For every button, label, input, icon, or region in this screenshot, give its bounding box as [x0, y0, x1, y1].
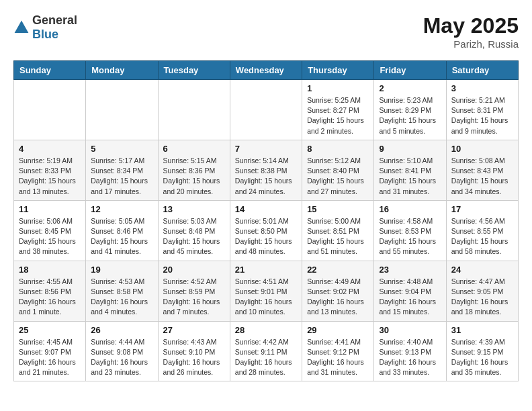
day-number: 20: [163, 265, 225, 275]
day-number: 2: [379, 83, 441, 93]
calendar-cell: 3Sunrise: 5:21 AM Sunset: 8:31 PM Daylig…: [446, 80, 518, 140]
calendar-cell: 11Sunrise: 5:06 AM Sunset: 8:45 PM Dayli…: [14, 200, 86, 261]
day-number: 4: [19, 144, 81, 154]
column-header-sunday: Sunday: [14, 61, 86, 80]
day-detail: Sunrise: 5:08 AM Sunset: 8:43 PM Dayligh…: [451, 156, 513, 197]
logo-text: General Blue: [32, 13, 77, 42]
column-header-wednesday: Wednesday: [230, 61, 302, 80]
day-detail: Sunrise: 5:19 AM Sunset: 8:33 PM Dayligh…: [19, 156, 81, 197]
calendar-cell: 29Sunrise: 4:41 AM Sunset: 9:12 PM Dayli…: [302, 321, 374, 381]
day-number: 24: [451, 265, 513, 275]
day-detail: Sunrise: 5:14 AM Sunset: 8:38 PM Dayligh…: [235, 156, 297, 197]
calendar-week-row: 4Sunrise: 5:19 AM Sunset: 8:33 PM Daylig…: [14, 140, 519, 200]
calendar-week-row: 11Sunrise: 5:06 AM Sunset: 8:45 PM Dayli…: [14, 200, 519, 261]
svg-marker-0: [15, 21, 29, 33]
day-detail: Sunrise: 4:53 AM Sunset: 8:58 PM Dayligh…: [91, 277, 152, 318]
day-number: 22: [307, 265, 369, 275]
day-detail: Sunrise: 4:55 AM Sunset: 8:56 PM Dayligh…: [19, 277, 81, 318]
day-number: 3: [451, 83, 513, 93]
column-header-friday: Friday: [374, 61, 446, 80]
day-number: 18: [19, 265, 81, 275]
day-detail: Sunrise: 4:48 AM Sunset: 9:04 PM Dayligh…: [379, 277, 441, 318]
calendar-cell: 26Sunrise: 4:44 AM Sunset: 9:08 PM Dayli…: [86, 321, 158, 381]
day-number: 28: [235, 325, 297, 335]
day-number: 17: [451, 204, 513, 214]
day-detail: Sunrise: 5:10 AM Sunset: 8:41 PM Dayligh…: [379, 156, 441, 197]
calendar-month-title: May 2025: [423, 13, 519, 38]
day-detail: Sunrise: 5:17 AM Sunset: 8:34 PM Dayligh…: [91, 156, 152, 197]
day-number: 9: [379, 144, 441, 154]
calendar-cell: 15Sunrise: 5:00 AM Sunset: 8:51 PM Dayli…: [302, 200, 374, 261]
calendar-cell: 28Sunrise: 4:42 AM Sunset: 9:11 PM Dayli…: [230, 321, 302, 381]
day-detail: Sunrise: 4:52 AM Sunset: 8:59 PM Dayligh…: [163, 277, 225, 318]
day-detail: Sunrise: 4:41 AM Sunset: 9:12 PM Dayligh…: [307, 337, 369, 378]
day-number: 15: [307, 204, 369, 214]
calendar-cell: 14Sunrise: 5:01 AM Sunset: 8:50 PM Dayli…: [230, 200, 302, 261]
column-header-thursday: Thursday: [302, 61, 374, 80]
calendar-cell: 19Sunrise: 4:53 AM Sunset: 8:58 PM Dayli…: [86, 261, 158, 321]
day-number: 14: [235, 204, 297, 214]
day-detail: Sunrise: 5:01 AM Sunset: 8:50 PM Dayligh…: [235, 216, 297, 257]
generalblue-logo-icon: [13, 19, 30, 36]
calendar-cell: 18Sunrise: 4:55 AM Sunset: 8:56 PM Dayli…: [14, 261, 86, 321]
calendar-cell: 22Sunrise: 4:49 AM Sunset: 9:02 PM Dayli…: [302, 261, 374, 321]
calendar-cell: 30Sunrise: 4:40 AM Sunset: 9:13 PM Dayli…: [374, 321, 446, 381]
calendar-cell: 2Sunrise: 5:23 AM Sunset: 8:29 PM Daylig…: [374, 80, 446, 140]
day-detail: Sunrise: 5:25 AM Sunset: 8:27 PM Dayligh…: [307, 95, 369, 136]
calendar-cell: 24Sunrise: 4:47 AM Sunset: 9:05 PM Dayli…: [446, 261, 518, 321]
day-detail: Sunrise: 4:42 AM Sunset: 9:11 PM Dayligh…: [235, 337, 297, 378]
calendar-title-block: May 2025 Parizh, Russia: [423, 13, 519, 50]
logo-blue: Blue: [32, 28, 58, 41]
calendar-cell: 20Sunrise: 4:52 AM Sunset: 8:59 PM Dayli…: [158, 261, 230, 321]
day-detail: Sunrise: 4:43 AM Sunset: 9:10 PM Dayligh…: [163, 337, 225, 378]
column-header-monday: Monday: [86, 61, 158, 80]
day-number: 23: [379, 265, 441, 275]
calendar-cell: 8Sunrise: 5:12 AM Sunset: 8:40 PM Daylig…: [302, 140, 374, 200]
column-header-tuesday: Tuesday: [158, 61, 230, 80]
calendar-cell: [230, 80, 302, 140]
day-number: 30: [379, 325, 441, 335]
day-detail: Sunrise: 4:56 AM Sunset: 8:55 PM Dayligh…: [451, 216, 513, 257]
day-detail: Sunrise: 4:51 AM Sunset: 9:01 PM Dayligh…: [235, 277, 297, 318]
calendar-cell: 21Sunrise: 4:51 AM Sunset: 9:01 PM Dayli…: [230, 261, 302, 321]
calendar-cell: 7Sunrise: 5:14 AM Sunset: 8:38 PM Daylig…: [230, 140, 302, 200]
day-number: 31: [451, 325, 513, 335]
calendar-cell: 6Sunrise: 5:15 AM Sunset: 8:36 PM Daylig…: [158, 140, 230, 200]
calendar-cell: 12Sunrise: 5:05 AM Sunset: 8:46 PM Dayli…: [86, 200, 158, 261]
day-number: 7: [235, 144, 297, 154]
day-number: 25: [19, 325, 81, 335]
day-number: 13: [163, 204, 225, 214]
day-detail: Sunrise: 5:03 AM Sunset: 8:48 PM Dayligh…: [163, 216, 225, 257]
day-detail: Sunrise: 5:05 AM Sunset: 8:46 PM Dayligh…: [91, 216, 152, 257]
calendar-cell: 31Sunrise: 4:39 AM Sunset: 9:15 PM Dayli…: [446, 321, 518, 381]
calendar-header: SundayMondayTuesdayWednesdayThursdayFrid…: [14, 61, 519, 80]
day-detail: Sunrise: 4:47 AM Sunset: 9:05 PM Dayligh…: [451, 277, 513, 318]
column-header-saturday: Saturday: [446, 61, 518, 80]
day-number: 19: [91, 265, 152, 275]
calendar-cell: 16Sunrise: 4:58 AM Sunset: 8:53 PM Dayli…: [374, 200, 446, 261]
day-number: 1: [307, 83, 369, 93]
day-detail: Sunrise: 5:23 AM Sunset: 8:29 PM Dayligh…: [379, 95, 441, 136]
day-detail: Sunrise: 4:40 AM Sunset: 9:13 PM Dayligh…: [379, 337, 441, 378]
calendar-cell: 9Sunrise: 5:10 AM Sunset: 8:41 PM Daylig…: [374, 140, 446, 200]
calendar-cell: 17Sunrise: 4:56 AM Sunset: 8:55 PM Dayli…: [446, 200, 518, 261]
logo-general: General: [32, 13, 77, 27]
day-number: 11: [19, 204, 81, 214]
calendar-week-row: 25Sunrise: 4:45 AM Sunset: 9:07 PM Dayli…: [14, 321, 519, 381]
calendar-header-row: SundayMondayTuesdayWednesdayThursdayFrid…: [14, 61, 519, 80]
day-detail: Sunrise: 4:49 AM Sunset: 9:02 PM Dayligh…: [307, 277, 369, 318]
calendar-cell: 27Sunrise: 4:43 AM Sunset: 9:10 PM Dayli…: [158, 321, 230, 381]
calendar-week-row: 18Sunrise: 4:55 AM Sunset: 8:56 PM Dayli…: [14, 261, 519, 321]
day-number: 26: [91, 325, 152, 335]
day-detail: Sunrise: 5:06 AM Sunset: 8:45 PM Dayligh…: [19, 216, 81, 257]
calendar-body: 1Sunrise: 5:25 AM Sunset: 8:27 PM Daylig…: [14, 80, 519, 381]
calendar-cell: 25Sunrise: 4:45 AM Sunset: 9:07 PM Dayli…: [14, 321, 86, 381]
calendar-cell: 4Sunrise: 5:19 AM Sunset: 8:33 PM Daylig…: [14, 140, 86, 200]
day-detail: Sunrise: 4:58 AM Sunset: 8:53 PM Dayligh…: [379, 216, 441, 257]
day-number: 16: [379, 204, 441, 214]
day-number: 29: [307, 325, 369, 335]
day-detail: Sunrise: 5:00 AM Sunset: 8:51 PM Dayligh…: [307, 216, 369, 257]
calendar-location: Parizh, Russia: [423, 38, 519, 50]
calendar-table: SundayMondayTuesdayWednesdayThursdayFrid…: [13, 60, 519, 381]
day-number: 12: [91, 204, 152, 214]
